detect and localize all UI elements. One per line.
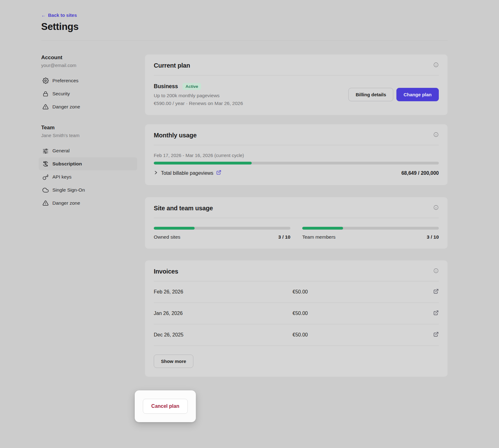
external-link-icon[interactable] <box>433 331 439 338</box>
sidebar-item-label: General <box>52 148 70 154</box>
currency-refresh-icon <box>42 161 49 167</box>
total-billable-pageviews-toggle[interactable]: Total billable pageviews <box>154 170 221 176</box>
team-members-progress-fill <box>302 227 343 230</box>
sidebar-item-label: Single Sign-On <box>52 187 85 193</box>
invoice-amount: €50.00 <box>293 311 433 316</box>
account-section-heading: Account <box>41 55 137 61</box>
card-divider <box>154 145 439 145</box>
account-email: your@email.com <box>41 63 137 68</box>
current-plan-title: Current plan <box>154 62 190 69</box>
team-members-meter: Team members 3 / 10 <box>302 227 439 240</box>
invoice-date: Jan 26, 2026 <box>154 311 293 316</box>
settings-page: ← Back to sites Settings Account your@em… <box>0 0 499 377</box>
page-title: Settings <box>41 21 448 32</box>
plan-pricing: €590.00 / year · Renews on Mar 26, 2026 <box>154 101 243 106</box>
monthly-usage-title: Monthly usage <box>154 132 196 139</box>
plan-name: Business <box>154 83 178 90</box>
settings-sidebar: Account your@email.com Preferences Secur… <box>41 55 137 377</box>
monthly-usage-card: Monthly usage Feb 17, 2026 - Mar 16, 202… <box>145 124 448 185</box>
lock-icon <box>42 91 49 97</box>
status-badge: Active <box>182 83 201 90</box>
header-divider <box>41 40 448 41</box>
sidebar-item-team-danger-zone[interactable]: Danger zone <box>39 197 137 210</box>
invoices-title: Invoices <box>154 268 178 275</box>
external-link-icon[interactable] <box>433 310 439 317</box>
cloud-icon <box>42 187 49 193</box>
info-icon[interactable] <box>433 268 439 275</box>
change-plan-button[interactable]: Change plan <box>396 88 439 101</box>
invoice-amount: €50.00 <box>293 332 433 338</box>
pageviews-progress-fill <box>154 162 252 164</box>
site-team-usage-card: Site and team usage Owned sites 3 / 10 <box>145 197 448 249</box>
meter-value: 3 / 10 <box>278 234 290 240</box>
show-more-button[interactable]: Show more <box>154 355 193 368</box>
sidebar-item-label: Preferences <box>52 78 79 83</box>
team-name: Jane Smith's team <box>41 133 137 138</box>
external-link-icon[interactable] <box>216 170 221 176</box>
sidebar-item-preferences[interactable]: Preferences <box>39 74 137 87</box>
plan-summary: Business Active Up to 200k monthly pagev… <box>154 83 243 106</box>
sliders-icon <box>42 148 49 154</box>
invoice-amount: €50.00 <box>293 289 433 295</box>
info-icon[interactable] <box>433 132 439 139</box>
plan-description: Up to 200k monthly pageviews <box>154 93 243 98</box>
pageviews-usage-value: 68,649 / 200,000 <box>401 170 439 176</box>
sidebar-item-security[interactable]: Security <box>39 87 137 100</box>
cancel-plan-popover: Cancel plan <box>135 390 196 422</box>
owned-sites-meter: Owned sites 3 / 10 <box>154 227 290 240</box>
invoice-date: Feb 26, 2026 <box>154 289 293 295</box>
billing-details-button[interactable]: Billing details <box>348 88 393 101</box>
back-to-sites-link[interactable]: ← Back to sites <box>41 12 77 18</box>
sidebar-item-subscription[interactable]: Subscription <box>39 157 137 170</box>
sidebar-item-label: Security <box>52 91 70 97</box>
info-icon[interactable] <box>433 62 439 69</box>
card-divider <box>154 75 439 75</box>
sidebar-item-account-danger-zone[interactable]: Danger zone <box>39 100 137 113</box>
gear-icon <box>42 78 49 84</box>
subscription-panel: Current plan Business Active Up to 200k … <box>145 55 448 377</box>
invoice-date: Dec 26, 2025 <box>154 332 293 338</box>
meter-label: Team members <box>302 234 336 240</box>
usage-row-label: Total billable pageviews <box>161 170 213 176</box>
pageviews-progress-bar <box>154 162 439 164</box>
info-icon[interactable] <box>433 205 439 212</box>
billing-cycle-label: Feb 17, 2026 - Mar 16, 2026 (current cyc… <box>154 153 439 158</box>
account-nav: Preferences Security Danger zone <box>41 74 137 113</box>
invoice-row: Jan 26, 2026 €50.00 <box>154 303 439 324</box>
chevron-right-icon <box>154 170 158 176</box>
site-team-usage-title: Site and team usage <box>154 205 213 212</box>
team-nav: General Subscription API keys Single Sig… <box>41 144 137 210</box>
back-link-label: Back to sites <box>48 12 77 18</box>
team-section-heading: Team <box>41 125 137 131</box>
sidebar-item-label: Subscription <box>52 161 82 167</box>
meter-value: 3 / 10 <box>427 234 439 240</box>
warning-icon <box>42 200 49 206</box>
sidebar-item-label: Danger zone <box>52 200 80 206</box>
sidebar-item-general[interactable]: General <box>39 144 137 157</box>
sidebar-item-single-sign-on[interactable]: Single Sign-On <box>39 183 137 197</box>
invoice-row: Dec 26, 2025 €50.00 <box>154 324 439 346</box>
cancel-plan-button[interactable]: Cancel plan <box>143 399 188 414</box>
sidebar-item-label: Danger zone <box>52 104 80 110</box>
current-plan-card: Current plan Business Active Up to 200k … <box>145 55 448 115</box>
meter-label: Owned sites <box>154 234 180 240</box>
team-members-progress-bar <box>302 227 439 230</box>
owned-sites-progress-bar <box>154 227 290 230</box>
sidebar-item-label: API keys <box>52 174 71 180</box>
arrow-left-icon: ← <box>41 12 46 18</box>
warning-icon <box>42 104 49 110</box>
owned-sites-progress-fill <box>154 227 195 230</box>
external-link-icon[interactable] <box>433 288 439 295</box>
sidebar-item-api-keys[interactable]: API keys <box>39 170 137 183</box>
invoices-card: Invoices Feb 26, 2026 €50.00 Jan 26, 202… <box>145 260 448 377</box>
key-icon <box>42 174 49 180</box>
card-divider <box>154 218 439 218</box>
invoice-row: Feb 26, 2026 €50.00 <box>154 281 439 303</box>
